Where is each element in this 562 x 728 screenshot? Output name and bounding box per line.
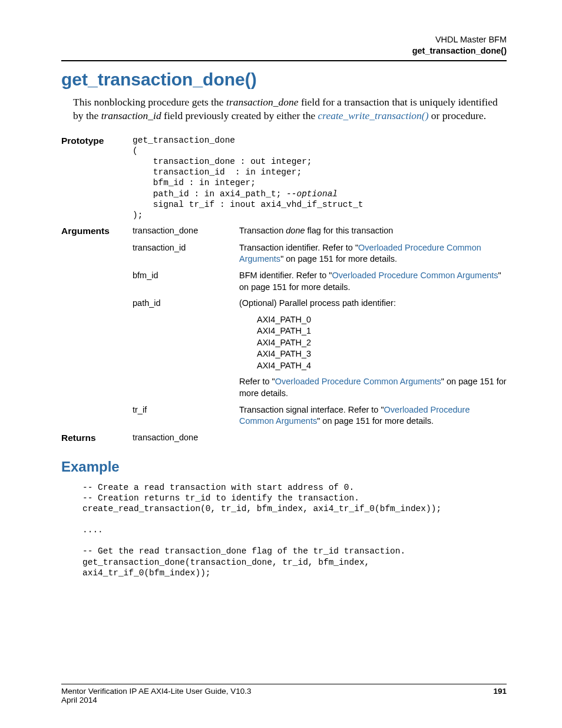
label-prototype: Prototype bbox=[61, 135, 129, 220]
path-id-values: AXI4_PATH_0 AXI4_PATH_1 AXI4_PATH_2 AXI4… bbox=[239, 314, 507, 372]
example-heading: Example bbox=[61, 459, 507, 475]
footer-date: April 2014 bbox=[61, 696, 251, 704]
intro-text3: field previously created by either the bbox=[161, 110, 318, 121]
page-footer: Mentor Verification IP AE AXI4-Lite User… bbox=[61, 684, 507, 704]
intro-paragraph: This nonblocking procedure gets the tran… bbox=[61, 95, 507, 123]
arg-desc-transaction-done: Transaction done flag for this transacti… bbox=[239, 225, 507, 238]
header-rule bbox=[61, 60, 507, 61]
arg-name-transaction-id: transaction_id bbox=[133, 242, 236, 265]
arg-name-bfm-id: bfm_id bbox=[133, 270, 236, 293]
label-arguments: Arguments bbox=[61, 225, 129, 238]
arg-name-transaction-done: transaction_done bbox=[133, 225, 236, 238]
header-line2: get_transaction_done() bbox=[61, 45, 507, 57]
footer-rule bbox=[61, 684, 507, 684]
intro-text: This nonblocking procedure gets the bbox=[73, 96, 226, 108]
intro-tail: or procedure. bbox=[428, 110, 486, 121]
page-number: 191 bbox=[493, 687, 507, 704]
example-code: -- Create a read transaction with start … bbox=[61, 482, 507, 578]
path-id-refer: Refer to "Overloaded Procedure Common Ar… bbox=[239, 376, 507, 399]
intro-ital1: transaction_done bbox=[226, 96, 299, 108]
prototype-code: get_transaction_done ( transaction_done … bbox=[133, 135, 507, 220]
arg-desc-path-id: (Optional) Parallel process path identif… bbox=[239, 298, 507, 309]
page-title: get_transaction_done() bbox=[61, 70, 507, 90]
link-overloaded-args-2[interactable]: Overloaded Procedure Common Arguments bbox=[332, 271, 498, 280]
arg-desc-bfm-id: BFM identifier. Refer to "Overloaded Pro… bbox=[239, 270, 507, 293]
arg-name-path-id: path_id bbox=[133, 298, 236, 309]
label-returns: Returns bbox=[61, 432, 129, 444]
header-line1: VHDL Master BFM bbox=[61, 34, 507, 45]
intro-ital2: transaction_id bbox=[101, 110, 161, 121]
arg-desc-tr-if: Transaction signal interface. Refer to "… bbox=[239, 404, 507, 427]
footer-doc-title: Mentor Verification IP AE AXI4-Lite User… bbox=[61, 687, 251, 696]
link-overloaded-args-3[interactable]: Overloaded Procedure Common Arguments bbox=[275, 377, 441, 386]
definition-table: Prototype get_transaction_done ( transac… bbox=[61, 135, 507, 444]
running-header: VHDL Master BFM get_transaction_done() bbox=[61, 34, 507, 57]
arg-name-tr-if: tr_if bbox=[133, 404, 236, 427]
returns-value: transaction_done bbox=[133, 432, 236, 444]
arg-desc-transaction-id: Transaction identifier. Refer to "Overlo… bbox=[239, 242, 507, 265]
link-create-write-transaction[interactable]: create_write_transaction() bbox=[318, 110, 429, 121]
